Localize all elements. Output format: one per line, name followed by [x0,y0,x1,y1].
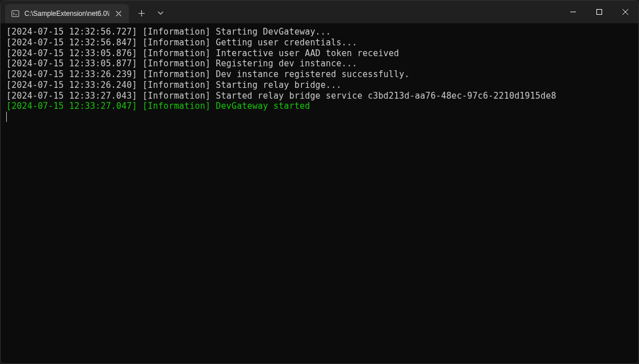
new-tab-button[interactable] [132,4,150,22]
prompt-cursor-line [6,112,633,122]
log-line: [2024-07-15 12:33:27.043] [Information] … [6,91,633,101]
svg-rect-3 [597,10,602,15]
log-line: [2024-07-15 12:32:56.727] [Information] … [6,27,633,37]
log-line: [2024-07-15 12:33:26.240] [Information] … [6,80,633,91]
window-controls [560,1,638,23]
terminal-window: C:\SampleExtension\net6.0\M [0,0,639,364]
log-line: [2024-07-15 12:33:05.876] [Information] … [6,48,633,59]
tab-dropdown-button[interactable] [152,4,170,22]
log-line: [2024-07-15 12:33:26.239] [Information] … [6,69,633,80]
maximize-button[interactable] [586,1,612,23]
terminal-icon [11,9,20,18]
tab-actions [132,1,170,23]
tab-close-button[interactable] [114,9,123,18]
tab[interactable]: C:\SampleExtension\net6.0\M [5,4,129,23]
log-line: [2024-07-15 12:32:56.847] [Information] … [6,37,633,48]
terminal-output[interactable]: [2024-07-15 12:32:56.727] [Information] … [1,23,638,363]
tab-title: C:\SampleExtension\net6.0\M [24,10,110,18]
close-button[interactable] [612,1,638,23]
cursor [6,112,7,122]
log-line: [2024-07-15 12:33:27.047] [Information] … [6,101,633,112]
title-bar: C:\SampleExtension\net6.0\M [1,1,638,23]
svg-rect-0 [12,11,19,17]
title-bar-drag-area[interactable] [170,1,560,23]
minimize-button[interactable] [560,1,586,23]
log-line: [2024-07-15 12:33:05.877] [Information] … [6,58,633,69]
